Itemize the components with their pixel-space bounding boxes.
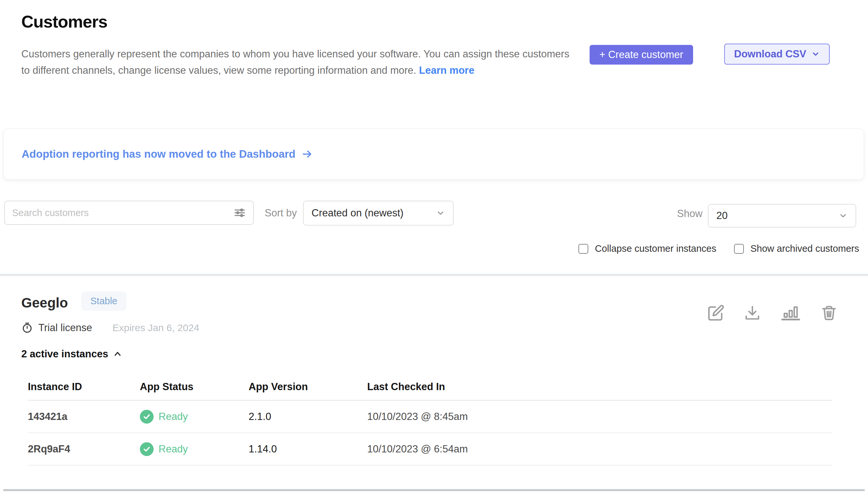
chevron-up-icon [113,349,122,359]
filter-sliders-icon[interactable] [233,206,246,219]
section-divider [0,274,868,276]
sort-select-value: Created on (newest) [311,207,403,219]
banner-text: Adoption reporting has now moved to the … [21,148,295,160]
table-header-row: Instance ID App Status App Version Last … [28,374,832,401]
header-app-version: App Version [249,381,367,393]
license-row: Trial license Expires Jan 6, 2024 [21,322,199,334]
sort-select[interactable]: Created on (newest) [303,201,454,226]
app-version: 2.1.0 [249,411,367,423]
show-archived-label: Show archived customers [750,243,859,254]
download-csv-label: Download CSV [734,48,806,60]
page-title: Customers [21,12,107,31]
chevron-down-icon [436,209,445,218]
timer-icon [21,322,33,334]
show-archived-checkbox-group[interactable]: Show archived customers [734,243,859,254]
sort-by-label: Sort by [265,207,297,219]
instances-table: Instance ID App Status App Version Last … [28,374,832,466]
customer-name[interactable]: Geeglo [21,295,68,311]
create-customer-button[interactable]: + Create customer [590,45,693,65]
bottom-divider [3,489,865,491]
adoption-reporting-banner[interactable]: Adoption reporting has now moved to the … [3,128,864,180]
page-description-text: Customers generally represent the compan… [21,48,569,76]
search-input[interactable] [12,208,233,218]
status-check-icon [140,442,153,456]
table-row: 143421a Ready 2.1.0 10/10/2023 @ 8:45am [28,401,832,433]
collapse-instances-label: Collapse customer instances [595,243,716,254]
show-per-page-select[interactable]: 20 [708,204,856,228]
collapse-instances-checkbox[interactable] [578,244,588,254]
header-instance-id: Instance ID [28,381,140,393]
header-app-status: App Status [140,381,249,393]
checkbox-row: Collapse customer instances Show archive… [578,243,859,254]
customer-actions [707,304,837,321]
active-instances-toggle[interactable]: 2 active instances [21,348,122,360]
show-select-value: 20 [716,210,727,222]
arrow-right-icon [301,148,313,160]
chevron-down-icon [839,211,848,220]
app-version: 1.14.0 [249,443,367,455]
instance-id: 143421a [28,411,140,423]
learn-more-link[interactable]: Learn more [419,65,474,76]
show-archived-checkbox[interactable] [734,244,744,254]
trash-icon[interactable] [821,304,837,321]
table-row: 2Rq9aF4 Ready 1.14.0 10/10/2023 @ 6:54am [28,433,832,466]
app-status: Ready [140,410,249,424]
search-customers-box[interactable] [4,201,254,225]
page-description: Customers generally represent the compan… [21,46,578,79]
download-icon[interactable] [744,304,761,321]
instance-id: 2Rq9aF4 [28,443,140,455]
status-text: Ready [159,443,188,455]
chevron-down-icon [811,50,820,58]
chart-icon[interactable] [780,304,801,321]
channel-badge: Stable [81,292,127,311]
app-status: Ready [140,442,249,456]
license-expiry: Expires Jan 6, 2024 [112,322,199,333]
active-instances-label: 2 active instances [21,348,108,360]
download-csv-button[interactable]: Download CSV [724,44,830,65]
header-last-checked-in: Last Checked In [367,381,832,393]
show-label: Show [677,208,703,219]
last-checked-in: 10/10/2023 @ 8:45am [367,411,832,423]
license-type: Trial license [38,322,92,334]
collapse-instances-checkbox-group[interactable]: Collapse customer instances [578,243,716,254]
status-text: Ready [159,411,188,423]
edit-icon[interactable] [707,304,724,321]
status-check-icon [140,410,153,424]
last-checked-in: 10/10/2023 @ 6:54am [367,443,832,455]
